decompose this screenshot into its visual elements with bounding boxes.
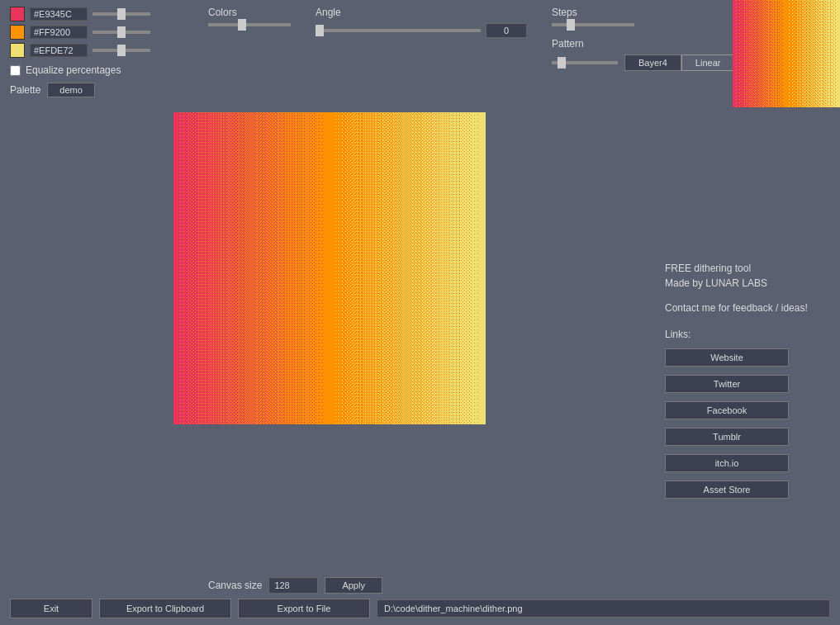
steps-label: Steps bbox=[552, 7, 734, 18]
export-file-button[interactable]: Export to File bbox=[238, 599, 370, 618]
color-swatch-1[interactable] bbox=[10, 25, 25, 40]
top-panel: #E9345C #FF9200 #EFDE72 Equalize percent… bbox=[0, 0, 840, 104]
dither-canvas-wrap bbox=[10, 112, 648, 499]
main-area: FREE dithering tool Made by LUNAR LABS C… bbox=[0, 112, 840, 499]
colors-label: Colors bbox=[208, 7, 291, 18]
angle-label: Angle bbox=[316, 7, 527, 18]
angle-ctrl-group: Angle bbox=[316, 7, 527, 71]
color-slider-1[interactable] bbox=[93, 31, 150, 34]
color-label-1: #FF9200 bbox=[30, 26, 88, 39]
main-dither-canvas bbox=[173, 112, 486, 424]
color-slider-0[interactable] bbox=[93, 12, 150, 16]
equalize-row: Equalize percentages bbox=[10, 64, 183, 76]
pattern-bayer4-button[interactable]: Bayer4 bbox=[624, 54, 681, 71]
right-panel: FREE dithering tool Made by LUNAR LABS C… bbox=[665, 112, 830, 499]
asset-store-button[interactable]: Asset Store bbox=[665, 481, 789, 499]
color-label-2: #EFDE72 bbox=[30, 44, 88, 57]
color-swatch-0[interactable] bbox=[10, 7, 25, 21]
palette-row: Palette demo bbox=[10, 83, 183, 97]
links-label: Links: bbox=[665, 329, 830, 340]
pattern-linear-button[interactable]: Linear bbox=[681, 54, 735, 71]
info-line2: Made by LUNAR LABS bbox=[665, 276, 830, 291]
preview-canvas bbox=[733, 0, 840, 107]
export-row: Exit Export to Clipboard Export to File bbox=[10, 599, 830, 618]
angle-slider[interactable] bbox=[316, 29, 481, 32]
steps-ctrl-group: Steps bbox=[552, 7, 734, 26]
itchio-button[interactable]: itch.io bbox=[665, 454, 789, 472]
pattern-buttons: Bayer4 Linear bbox=[624, 54, 734, 71]
palette-label: Palette bbox=[10, 84, 40, 96]
file-path-input[interactable] bbox=[377, 599, 830, 618]
canvas-size-input[interactable] bbox=[268, 577, 318, 594]
pattern-label: Pattern bbox=[552, 38, 734, 50]
preview-thumbnail bbox=[733, 0, 840, 107]
canvas-size-label: Canvas size bbox=[208, 580, 262, 591]
pattern-slider[interactable] bbox=[552, 61, 618, 64]
export-clipboard-button[interactable]: Export to Clipboard bbox=[99, 599, 231, 618]
twitter-button[interactable]: Twitter bbox=[665, 375, 789, 393]
tumblr-button[interactable]: Tumblr bbox=[665, 428, 789, 446]
exit-button[interactable]: Exit bbox=[10, 599, 93, 618]
angle-input[interactable] bbox=[486, 23, 527, 38]
website-button[interactable]: Website bbox=[665, 348, 789, 367]
apply-button[interactable]: Apply bbox=[325, 577, 382, 594]
equalize-label: Equalize percentages bbox=[26, 64, 121, 76]
pattern-ctrl-group: Pattern Bayer4 Linear bbox=[552, 38, 734, 71]
facebook-button[interactable]: Facebook bbox=[665, 401, 789, 419]
color-label-0: #E9345C bbox=[30, 7, 88, 21]
color-row-1: #FF9200 bbox=[10, 25, 183, 40]
info-line1: FREE dithering tool bbox=[665, 261, 830, 276]
colors-ctrl-group: Colors bbox=[208, 7, 291, 71]
palette-button[interactable]: demo bbox=[47, 83, 95, 97]
color-slider-2[interactable] bbox=[93, 49, 150, 52]
colors-slider[interactable] bbox=[208, 23, 291, 26]
equalize-checkbox[interactable] bbox=[10, 65, 21, 76]
bottom-panel: Canvas size Apply Exit Export to Clipboa… bbox=[0, 571, 840, 625]
color-row-0: #E9345C bbox=[10, 7, 183, 21]
canvas-size-row: Canvas size Apply bbox=[208, 577, 830, 594]
color-row-2: #EFDE72 bbox=[10, 43, 183, 58]
steps-slider[interactable] bbox=[552, 23, 634, 26]
info-line3: Contact me for feedback / ideas! bbox=[665, 301, 830, 315]
info-text: FREE dithering tool Made by LUNAR LABS bbox=[665, 261, 830, 291]
color-swatch-2[interactable] bbox=[10, 43, 25, 58]
color-list: #E9345C #FF9200 #EFDE72 Equalize percent… bbox=[10, 7, 183, 97]
